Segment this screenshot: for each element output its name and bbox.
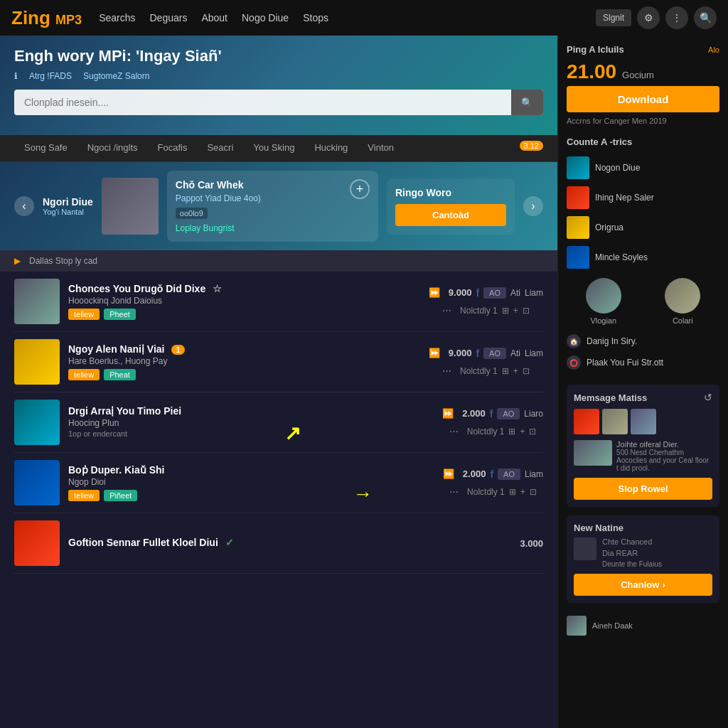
home-icon: 🏠 [567,334,581,348]
tab-vinton[interactable]: Vinton [358,135,404,161]
tag-1[interactable]: tellew [68,369,100,380]
carousel-prev[interactable]: ‹ [14,196,34,216]
price-value: 21.00 [567,60,616,83]
message-section: Memsage Matiss ↺ Joihte oiferal Dier. 50… [567,385,719,507]
nav-deguars[interactable]: Deguars [149,12,187,23]
share-icon-2[interactable]: ⊡ [523,366,530,376]
message-desc: Aococlies and your Ceal floor t did proo… [616,456,712,472]
counter-item-2[interactable]: Ihing Nep Saler [567,183,719,213]
forward-btn-1[interactable]: ⏩ [424,285,444,300]
download-button[interactable]: Download [567,86,719,112]
search-button[interactable]: 🔍 [511,90,543,115]
carousel-card-sub: Pappot Yiad Diue 4oo) [176,193,261,203]
tab-ngoci[interactable]: Ngoci /inglts [77,135,148,161]
artist-2[interactable]: Colari [646,278,720,325]
featured-carousel: ‹ Ngori Diue Yog'i Nantal Chŏ Car Whek P… [0,162,557,250]
plus-icon-4[interactable]: + [520,487,525,497]
forward-btn-4[interactable]: ⏩ [439,466,459,481]
forward-btn-3[interactable]: ⏩ [438,406,458,421]
slop-button[interactable]: Slop Rowel [574,478,712,500]
ao-btn-2[interactable]: AO [483,348,506,359]
tab-song-safe[interactable]: Song Safe [14,135,77,161]
bottom-item-1[interactable]: Aineh Daak [567,611,719,640]
ao-btn-1[interactable]: AO [483,287,506,299]
right-sidebar: Ping A Icluils Alo 21.00 Gocium Download… [557,36,728,728]
song-info: Chonces You Drugŏ Did Dixe ☆ Hooockinq J… [68,283,416,320]
song-thumbnail-2 [14,339,60,385]
carousel-title: Ngori Diue [43,196,93,208]
search-header-button[interactable]: 🔍 [694,6,717,29]
artist-avatar-2 [665,278,700,314]
search-input[interactable] [14,90,511,115]
sub-count-3: Nolctdly 1 [467,427,505,437]
song-title-text: Boṗ Duper. Kiaǔ Shi [68,464,164,476]
tab-seacri[interactable]: Seacri [197,135,243,161]
nav-stops[interactable]: Stops [303,12,328,23]
carousel-card-link[interactable]: Loplay Bungrist [176,223,261,233]
new-info-row: Chte Chanced Dia REAR Deunte the Fulaius [574,537,712,568]
dots-btn-4[interactable]: ⋯ [445,484,463,499]
tag-1[interactable]: tellew [68,309,100,320]
hero-meta2: SugtomeZ Salorn [83,71,149,81]
fb-icon-2: f [476,348,479,359]
counter-text-3: Origrua [595,223,623,232]
dots-btn-2[interactable]: ⋯ [438,363,456,378]
cantoad-button[interactable]: Cantoàd [395,204,506,226]
nav-nogo[interactable]: Nogo Diue [242,12,289,23]
tag-2[interactable]: Piñeet [104,490,137,501]
settings-button[interactable]: ⚙ [637,6,660,29]
ati-label-2[interactable]: Ati [510,348,520,358]
counter-item-1[interactable]: Nogon Diue [567,153,719,183]
song-thumb [14,520,60,566]
dots-btn-3[interactable]: ⋯ [445,424,463,439]
plus-icon-1[interactable]: + [513,306,518,316]
share-icon-1[interactable]: ⊡ [523,306,530,316]
tab-you-sking[interactable]: You Sking [243,135,304,161]
new-section: New Natine Chte Chanced Dia REAR Deunte … [567,515,719,603]
forward-btn-2[interactable]: ⏩ [424,346,444,360]
ao-btn-4[interactable]: AO [498,469,520,480]
header: Zing MP3 Searchs Deguars About Nogo Diue… [0,0,728,36]
liam-label-1[interactable]: Liam [525,288,543,298]
message-sub: 500 Nesd Cherhathm [616,449,712,456]
liam-label-4[interactable]: Liam [525,469,543,479]
signin-button[interactable]: Slgnit [596,9,631,26]
chanlow-button[interactable]: Chanlow › [574,574,712,596]
arrow-up-indicator: ↗ [284,422,301,445]
song-tags: tellew Pheet [68,309,416,320]
tag-2[interactable]: Pheet [104,309,136,320]
song-item: Drgi Arraị You Timo Piei Hoocing Plun 1o… [14,392,543,453]
fb-icon-1: f [476,287,479,299]
hero-meta: ℹ Atrg !FADS SugtomeZ Salorn [14,71,543,81]
counter-item-4[interactable]: Mincle Soyles [567,242,719,272]
hero-meta1: Atrg !FADS [29,71,72,81]
tag-1[interactable]: tellew [68,490,100,501]
nav-about[interactable]: About [201,12,228,23]
share-icon-3[interactable]: ⊡ [529,427,536,437]
song-item: Goftion Sennar Fullet Kloel Diui ✓ 3.000 [14,513,543,574]
tab-focafis[interactable]: Focafis [148,135,198,161]
song-item: Chonces You Drugŏ Did Dixe ☆ Hooockinq J… [14,272,543,332]
logo: Zing MP3 [11,7,82,29]
more-button[interactable]: ⋮ [665,6,688,29]
liaro-label-3[interactable]: Liaro [524,409,543,419]
ati-label-1[interactable]: Ati [510,288,520,298]
liam-label-2[interactable]: Liam [525,348,543,358]
carousel-next[interactable]: › [523,196,543,216]
nav-searchs[interactable]: Searchs [99,12,135,23]
dots-btn-1[interactable]: ⋯ [438,303,456,318]
tag-2[interactable]: Pheat [104,369,136,380]
share-icon-4[interactable]: ⊡ [530,487,537,497]
carousel-add-button[interactable]: + [350,179,370,199]
artist-name-1: Vlogian [567,316,641,325]
ao-btn-3[interactable]: AO [497,408,520,419]
refresh-icon[interactable]: ↺ [704,392,712,403]
plus-icon-3[interactable]: + [520,427,525,437]
sidebar-link-1[interactable]: 🏠 Danig In Siry. [567,331,719,352]
counter-item-3[interactable]: Origrua [567,213,719,242]
plus-icon-2[interactable]: + [513,366,518,376]
tab-hucking[interactable]: Hucking [304,135,358,161]
song-actions: ⏩ 9.000 f AO Ati Liam ⋯ Nolctdly 1 ⊞ + [424,346,543,378]
artist-1[interactable]: Vlogian [567,278,641,325]
sidebar-link-2[interactable]: ⭕ Plaak You Fui Str.ott [567,352,719,373]
